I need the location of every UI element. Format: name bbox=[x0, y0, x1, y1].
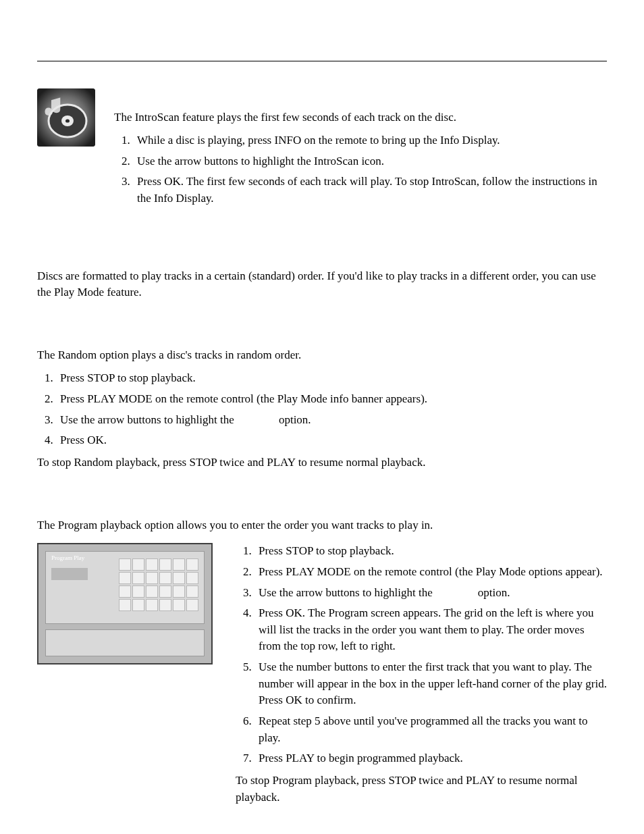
program-fig-button bbox=[51, 637, 98, 646]
hidden-word: Random bbox=[237, 413, 276, 426]
introscan-disc-icon bbox=[37, 88, 95, 147]
introscan-block: IntroScan The IntroScan feature plays th… bbox=[37, 88, 607, 211]
list-item: Use the arrow buttons to highlight the R… bbox=[56, 412, 607, 429]
program-figure: Program Play bbox=[37, 543, 213, 664]
list-item: Use the arrow buttons to highlight the I… bbox=[133, 153, 607, 170]
random-heading: Random Playback bbox=[37, 327, 607, 343]
list-item: Use the arrow buttons to highlight the P… bbox=[254, 585, 607, 602]
program-grid-label: Program Play bbox=[51, 554, 84, 561]
program-fig-button bbox=[152, 637, 198, 646]
step-text: Use the arrow buttons to highlight the bbox=[259, 586, 435, 599]
svg-point-3 bbox=[65, 119, 70, 122]
program-outro: To stop Program playback, press STOP twi… bbox=[236, 773, 607, 806]
introscan-lede: The IntroScan feature plays the first fe… bbox=[114, 110, 607, 126]
step-text: option. bbox=[475, 586, 510, 599]
hidden-word: Program bbox=[435, 586, 475, 599]
random-intro: The Random option plays a disc's tracks … bbox=[37, 347, 607, 364]
program-steps: Press STOP to stop playback. Press PLAY … bbox=[236, 543, 607, 767]
random-outro: To stop Random playback, press STOP twic… bbox=[37, 454, 607, 471]
list-item: Press STOP to stop playback. bbox=[56, 370, 607, 387]
running-head: Playing Discs bbox=[37, 41, 607, 55]
list-item: Press OK. The Program screen appears. Th… bbox=[254, 605, 607, 655]
program-grid bbox=[119, 558, 198, 611]
program-intro: The Program playback option allows you t… bbox=[37, 517, 607, 534]
step-text: option. bbox=[276, 413, 311, 426]
list-item: While a disc is playing, press INFO on t… bbox=[133, 132, 607, 149]
list-item: Press STOP to stop playback. bbox=[254, 543, 607, 560]
program-fig-button bbox=[102, 637, 149, 646]
introscan-steps: While a disc is playing, press INFO on t… bbox=[114, 132, 607, 207]
program-button-panel bbox=[45, 629, 205, 656]
list-item: Press OK. bbox=[56, 432, 607, 449]
program-grid-panel: Program Play bbox=[45, 551, 205, 624]
introscan-heading: IntroScan bbox=[114, 88, 607, 105]
program-heading: Program Playback bbox=[37, 497, 607, 513]
list-item: Press OK. The first few seconds of each … bbox=[133, 174, 607, 207]
list-item: Press PLAY to begin programmed playback. bbox=[254, 750, 607, 767]
page: Playing Discs IntroSca bbox=[0, 0, 644, 834]
list-item: Press PLAY MODE on the remote control (t… bbox=[56, 391, 607, 408]
random-steps: Press STOP to stop playback. Press PLAY … bbox=[37, 370, 607, 449]
program-text: Press STOP to stop playback. Press PLAY … bbox=[236, 543, 607, 806]
playmode-intro: Discs are formatted to play tracks in a … bbox=[37, 268, 607, 301]
list-item: Press PLAY MODE on the remote control (t… bbox=[254, 564, 607, 581]
introscan-text: IntroScan The IntroScan feature plays th… bbox=[114, 88, 607, 211]
program-highlight-cell bbox=[51, 568, 88, 580]
playmode-heading: Using the Play Mode Feature bbox=[37, 245, 607, 264]
list-item: Use the number buttons to enter the firs… bbox=[254, 659, 607, 709]
top-rule bbox=[37, 61, 607, 61]
program-block: Program Play bbox=[37, 543, 607, 806]
step-text: Use the arrow buttons to highlight the bbox=[60, 413, 237, 426]
list-item: Repeat step 5 above until you've program… bbox=[254, 713, 607, 746]
